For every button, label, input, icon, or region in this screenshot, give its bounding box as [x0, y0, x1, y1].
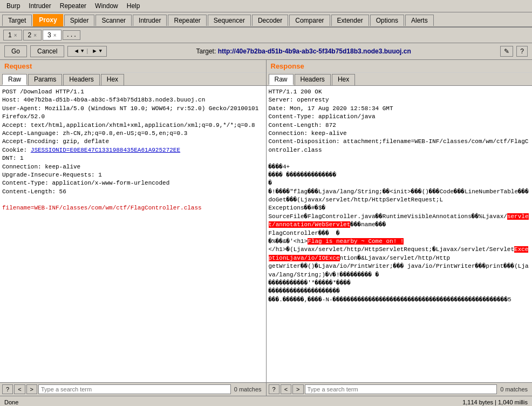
sub-tab-1[interactable]: 1 ×: [3, 30, 22, 40]
response-content-section: HTTP/1.1 200 OK Server: openresty Date: …: [267, 86, 533, 382]
tab-options[interactable]: Options: [370, 15, 404, 26]
tab-spider[interactable]: Spider: [64, 15, 95, 26]
response-match-count: 0 matches: [498, 386, 530, 393]
highlight-webservlet: servlet/annotation/WebServlet: [269, 213, 529, 228]
sub-tab-2-label: 2: [28, 31, 32, 39]
request-search-input[interactable]: [38, 384, 231, 394]
menu-burp[interactable]: Burp: [2, 1, 24, 11]
help-button[interactable]: ?: [516, 46, 528, 57]
response-panel: Response Raw Headers Hex HTTP/1.1 200 OK…: [267, 60, 533, 396]
back-forward-nav: ◄ ▼ | ► ▼: [67, 46, 107, 57]
tab-comparer[interactable]: Comparer: [289, 15, 330, 26]
forward-button[interactable]: ►: [91, 48, 99, 55]
menu-window[interactable]: Window: [91, 1, 122, 11]
tab-sequencer[interactable]: Sequencer: [208, 15, 251, 26]
response-search-help-button[interactable]: ?: [269, 384, 279, 394]
request-title: Request: [0, 60, 266, 73]
tab-decoder[interactable]: Decoder: [252, 15, 288, 26]
go-button[interactable]: Go: [4, 45, 27, 57]
content-area: Request Raw Params Headers Hex POST /Dow…: [0, 60, 532, 396]
sub-tab-3[interactable]: 3 ×: [43, 30, 62, 40]
request-tab-params[interactable]: Params: [28, 74, 62, 85]
menu-intruder[interactable]: Intruder: [24, 1, 55, 11]
request-search-bar: ? < > 0 matches: [0, 382, 266, 396]
more-tabs-button[interactable]: ...: [63, 30, 81, 40]
status-stats: 1,114 bytes | 1,040 millis: [462, 399, 528, 405]
close-tab-3-icon[interactable]: ×: [53, 32, 57, 38]
request-tabs: Raw Params Headers Hex: [0, 73, 266, 86]
cookie-value: JSESSIONID=E0E8E47C1331988435EA61A925272…: [31, 147, 180, 153]
tab-intruder[interactable]: Intruder: [133, 15, 167, 26]
target-label: Target: http://40e7b2ba-d51b-4b9a-ab3c-5…: [110, 48, 497, 55]
menu-bar: Burp Intruder Repeater Window Help: [0, 0, 532, 12]
cancel-button[interactable]: Cancel: [30, 45, 64, 57]
request-panel: Request Raw Params Headers Hex POST /Dow…: [0, 60, 267, 396]
sub-tab-bar: 1 × 2 × 3 × ...: [0, 28, 532, 43]
sub-tab-1-label: 1: [8, 31, 12, 39]
highlight-flag-msg: Flag is nearby ~ Come on! !: [308, 238, 404, 245]
response-tab-headers[interactable]: Headers: [295, 74, 331, 85]
forward-dropdown-icon[interactable]: ▼: [99, 49, 102, 54]
sub-tab-2[interactable]: 2 ×: [23, 30, 42, 40]
tab-repeater[interactable]: Repeater: [168, 15, 206, 26]
response-search-bar: ? < > 0 matches: [267, 382, 533, 396]
target-url: http://40e7b2ba-d51b-4b9a-ab3c-5f34b75d1…: [218, 48, 411, 55]
tab-alerts[interactable]: Alerts: [405, 15, 434, 26]
sub-tab-3-label: 3: [47, 31, 51, 39]
request-tab-raw[interactable]: Raw: [2, 74, 27, 85]
response-search-input[interactable]: [305, 384, 497, 394]
response-title: Response: [267, 60, 533, 73]
menu-help[interactable]: Help: [122, 1, 145, 11]
toolbar: Go Cancel ◄ ▼ | ► ▼ Target: http://40e7b…: [0, 43, 532, 60]
filename-param: filename=WEB-INF/classes/com/wm/ctf/Flag…: [2, 205, 202, 211]
tab-target[interactable]: Target: [2, 15, 32, 26]
request-tab-headers[interactable]: Headers: [63, 74, 99, 85]
request-search-help-button[interactable]: ?: [2, 384, 13, 394]
response-tab-raw[interactable]: Raw: [269, 74, 294, 85]
response-tab-hex[interactable]: Hex: [332, 74, 355, 85]
tab-proxy[interactable]: Proxy: [33, 14, 63, 26]
response-search-prev-button[interactable]: <: [281, 384, 291, 394]
request-content-section: POST /Download HTTP/1.1 Host: 40e7b2ba-d…: [0, 86, 266, 382]
back-dropdown-icon[interactable]: ▼: [81, 49, 84, 54]
request-text[interactable]: POST /Download HTTP/1.1 Host: 40e7b2ba-d…: [0, 86, 266, 382]
request-search-prev-button[interactable]: <: [14, 384, 25, 394]
tab-extender[interactable]: Extender: [331, 15, 369, 26]
request-tab-hex[interactable]: Hex: [101, 74, 124, 85]
target-prefix: Target:: [196, 48, 218, 55]
request-match-count: 0 matches: [232, 386, 264, 393]
main-tab-bar: Target Proxy Spider Scanner Intruder Rep…: [0, 12, 532, 28]
response-text[interactable]: HTTP/1.1 200 OK Server: openresty Date: …: [267, 86, 533, 382]
close-tab-1-icon[interactable]: ×: [14, 32, 17, 38]
edit-target-button[interactable]: ✎: [500, 46, 513, 57]
close-tab-2-icon[interactable]: ×: [33, 32, 37, 38]
response-search-next-button[interactable]: >: [292, 384, 303, 394]
request-search-next-button[interactable]: >: [26, 384, 37, 394]
back-button[interactable]: ◄: [72, 48, 80, 55]
menu-repeater[interactable]: Repeater: [56, 1, 91, 11]
status-text: Done: [4, 399, 18, 405]
tab-scanner[interactable]: Scanner: [96, 15, 132, 26]
response-tabs: Raw Headers Hex: [267, 73, 533, 86]
highlight-exception: ExceptionLjava/io/IOExce: [269, 246, 529, 261]
status-bar: Done 1,114 bytes | 1,040 millis: [0, 396, 532, 406]
